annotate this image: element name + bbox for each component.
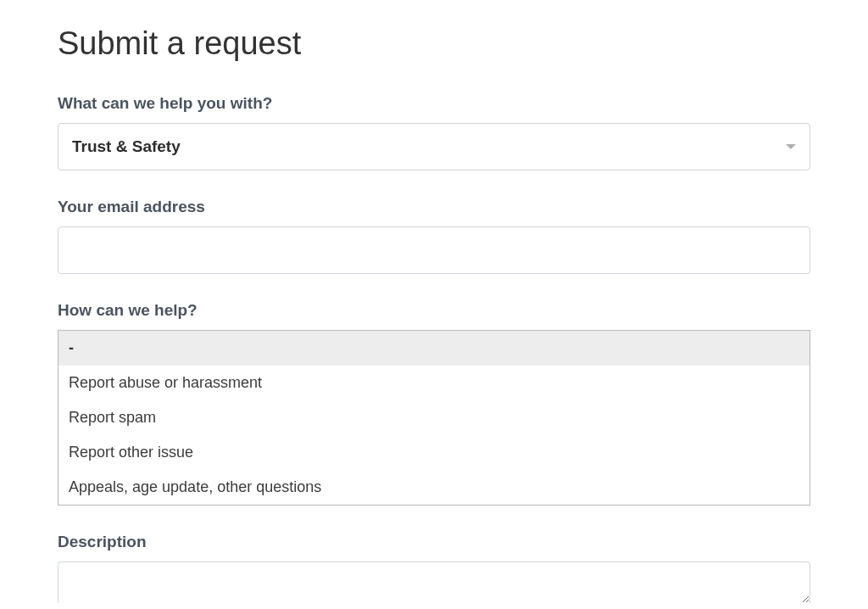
dropdown-option-report-other[interactable]: Report other issue bbox=[58, 435, 810, 470]
help-with-value: Trust & Safety bbox=[72, 137, 786, 156]
field-how-help: How can we help? - Report abuse or haras… bbox=[58, 301, 810, 506]
how-help-label: How can we help? bbox=[58, 301, 810, 320]
field-description: Description bbox=[58, 533, 810, 606]
help-with-select[interactable]: Trust & Safety bbox=[58, 123, 810, 170]
chevron-down-icon bbox=[786, 144, 796, 149]
how-help-dropdown[interactable]: - Report abuse or harassment Report spam… bbox=[58, 330, 810, 506]
description-label: Description bbox=[58, 533, 810, 551]
field-help-with: What can we help you with? Trust & Safet… bbox=[58, 94, 810, 170]
email-input[interactable] bbox=[58, 226, 810, 274]
help-with-label: What can we help you with? bbox=[58, 94, 810, 113]
page-title: Submit a request bbox=[58, 25, 810, 62]
description-textarea[interactable] bbox=[58, 562, 810, 603]
field-email: Your email address bbox=[58, 198, 810, 274]
dropdown-option-report-spam[interactable]: Report spam bbox=[58, 400, 810, 435]
dropdown-option-placeholder[interactable]: - bbox=[58, 331, 810, 366]
dropdown-option-report-abuse[interactable]: Report abuse or harassment bbox=[58, 366, 810, 400]
email-label: Your email address bbox=[58, 198, 810, 216]
dropdown-option-appeals[interactable]: Appeals, age update, other questions bbox=[58, 470, 810, 505]
